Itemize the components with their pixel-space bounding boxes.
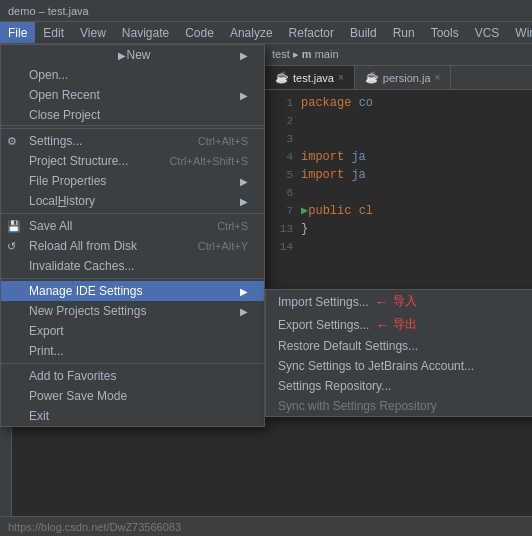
tab-close[interactable]: × bbox=[338, 72, 344, 83]
editor-line-1: 1 package co bbox=[265, 94, 532, 112]
divider-2 bbox=[1, 213, 264, 214]
tab-persion[interactable]: ☕ persion.ja × bbox=[355, 66, 452, 89]
import-chinese-label: 导入 bbox=[393, 293, 417, 310]
title-text: demo – test.java bbox=[8, 5, 89, 17]
editor-line-6: 6 bbox=[265, 184, 532, 202]
menu-item-print[interactable]: Print... bbox=[1, 341, 264, 361]
tab-label2: persion.ja bbox=[383, 72, 431, 84]
tab-test-java[interactable]: ☕ test.java × bbox=[265, 66, 355, 89]
title-bar: demo – test.java bbox=[0, 0, 532, 22]
divider-3 bbox=[1, 278, 264, 279]
export-settings-label: Export Settings... bbox=[278, 318, 369, 332]
sync-jetbrains-label: Sync Settings to JetBrains Account... bbox=[278, 359, 474, 373]
local-history-arrow: ▶ bbox=[240, 196, 248, 207]
manage-ide-arrow: ▶ bbox=[240, 286, 248, 297]
editor-line-3: 3 bbox=[265, 130, 532, 148]
submenu-export-settings[interactable]: Export Settings... ← 导出 bbox=[266, 313, 532, 336]
save-shortcut: Ctrl+S bbox=[217, 220, 248, 232]
new-projects-arrow: ▶ bbox=[240, 306, 248, 317]
divider-4 bbox=[1, 363, 264, 364]
reload-shortcut: Ctrl+Alt+Y bbox=[198, 240, 248, 252]
menu-analyze[interactable]: Analyze bbox=[222, 22, 281, 43]
menu-item-new[interactable]: ▶ New ▶ bbox=[1, 45, 264, 65]
menu-item-open[interactable]: Open... bbox=[1, 65, 264, 85]
divider-1 bbox=[1, 128, 264, 129]
editor-line-5: 5 import ja bbox=[265, 166, 532, 184]
menu-run[interactable]: Run bbox=[385, 22, 423, 43]
import-arrow-icon: ← bbox=[375, 294, 389, 310]
proj-struct-shortcut: Ctrl+Alt+Shift+S bbox=[169, 155, 248, 167]
submenu-arrow-recent: ▶ bbox=[240, 90, 248, 101]
editor-line-14: 14 bbox=[265, 238, 532, 256]
menu-refactor[interactable]: Refactor bbox=[281, 22, 342, 43]
menu-view[interactable]: View bbox=[72, 22, 114, 43]
tab-icon2: ☕ bbox=[365, 71, 379, 84]
menu-tools[interactable]: Tools bbox=[423, 22, 467, 43]
editor-tabs: ☕ test.java × ☕ persion.ja × bbox=[265, 66, 532, 90]
settings-repo-label: Settings Repository... bbox=[278, 379, 391, 393]
import-settings-label: Import Settings... bbox=[278, 295, 369, 309]
tab-label: test.java bbox=[293, 72, 334, 84]
export-chinese-label: 导出 bbox=[393, 316, 417, 333]
submenu-arrow: ▶ bbox=[240, 50, 248, 61]
menu-item-export[interactable]: Export bbox=[1, 321, 264, 341]
export-arrow-icon: ← bbox=[375, 317, 389, 333]
manage-ide-submenu: Import Settings... ← 导入 Export Settings.… bbox=[265, 289, 532, 417]
menu-window[interactable]: Windo bbox=[507, 22, 532, 43]
menu-item-local-history[interactable]: Local History ▶ bbox=[1, 191, 264, 211]
settings-icon: ⚙ bbox=[7, 135, 17, 148]
file-dropdown-menu: ▶ New ▶ Open... Open Recent ▶ Close Proj… bbox=[0, 44, 265, 427]
menu-item-file-properties[interactable]: File Properties ▶ bbox=[1, 171, 264, 191]
menu-bar: File Edit View Navigate Code Analyze Ref… bbox=[0, 22, 532, 44]
settings-shortcut: Ctrl+Alt+S bbox=[198, 135, 248, 147]
tab-close2[interactable]: × bbox=[435, 72, 441, 83]
reload-icon: ↺ bbox=[7, 240, 16, 253]
nav-toolbar: test ▸ m main bbox=[265, 44, 532, 66]
menu-item-add-favorites[interactable]: Add to Favorites bbox=[1, 366, 264, 386]
menu-item-manage-ide[interactable]: Manage IDE Settings ▶ bbox=[1, 281, 264, 301]
submenu-settings-repo[interactable]: Settings Repository... bbox=[266, 376, 532, 396]
editor-line-7: 7 ▶ public cl bbox=[265, 202, 532, 220]
arrow-icon: ▶ bbox=[118, 50, 126, 61]
menu-item-invalidate[interactable]: Invalidate Caches... bbox=[1, 256, 264, 276]
editor-line-13: 13 } bbox=[265, 220, 532, 238]
editor-line-4: 4 import ja bbox=[265, 148, 532, 166]
menu-item-settings[interactable]: ⚙ Settings... Ctrl+Alt+S bbox=[1, 131, 264, 151]
menu-item-project-structure[interactable]: Project Structure... Ctrl+Alt+Shift+S bbox=[1, 151, 264, 171]
file-props-arrow: ▶ bbox=[240, 176, 248, 187]
status-bar: https://blog.csdn.net/DwZ73566083 bbox=[0, 516, 532, 536]
submenu-sync-repo[interactable]: Sync with Settings Repository ▶ bbox=[266, 396, 532, 416]
submenu-restore-defaults[interactable]: Restore Default Settings... bbox=[266, 336, 532, 356]
tab-icon: ☕ bbox=[275, 71, 289, 84]
editor-line-2: 2 bbox=[265, 112, 532, 130]
save-icon: 💾 bbox=[7, 220, 21, 233]
menu-code[interactable]: Code bbox=[177, 22, 222, 43]
submenu-import-settings[interactable]: Import Settings... ← 导入 bbox=[266, 290, 532, 313]
status-url: https://blog.csdn.net/DwZ73566083 bbox=[8, 521, 181, 533]
menu-item-new-projects[interactable]: New Projects Settings ▶ bbox=[1, 301, 264, 321]
menu-vcs[interactable]: VCS bbox=[467, 22, 508, 43]
menu-item-save-all[interactable]: 💾 Save All Ctrl+S bbox=[1, 216, 264, 236]
editor-content: 1 package co 2 3 4 import ja 5 import ja… bbox=[265, 90, 532, 260]
nav-breadcrumb: test ▸ m main bbox=[269, 47, 342, 62]
menu-file[interactable]: File bbox=[0, 22, 35, 43]
menu-item-power-save[interactable]: Power Save Mode bbox=[1, 386, 264, 406]
menu-item-close-project[interactable]: Close Project bbox=[1, 105, 264, 126]
menu-navigate[interactable]: Navigate bbox=[114, 22, 177, 43]
sync-repo-label: Sync with Settings Repository bbox=[278, 399, 437, 413]
menu-item-exit[interactable]: Exit bbox=[1, 406, 264, 426]
menu-item-reload[interactable]: ↺ Reload All from Disk Ctrl+Alt+Y bbox=[1, 236, 264, 256]
submenu-sync-jetbrains[interactable]: Sync Settings to JetBrains Account... bbox=[266, 356, 532, 376]
menu-build[interactable]: Build bbox=[342, 22, 385, 43]
restore-label: Restore Default Settings... bbox=[278, 339, 418, 353]
menu-item-open-recent[interactable]: Open Recent ▶ bbox=[1, 85, 264, 105]
menu-edit[interactable]: Edit bbox=[35, 22, 72, 43]
